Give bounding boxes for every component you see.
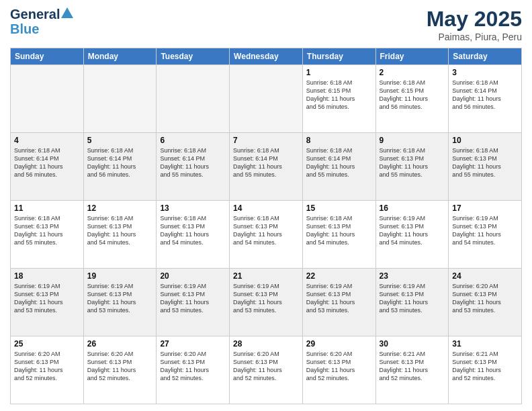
day-cell-2-6: 9Sunrise: 6:18 AM Sunset: 6:13 PM Daylig… [375, 133, 449, 201]
day-info-22: Sunrise: 6:19 AM Sunset: 6:13 PM Dayligh… [306, 282, 372, 315]
location-subtitle: Paimas, Piura, Peru [427, 32, 522, 42]
day-info-21: Sunrise: 6:19 AM Sunset: 6:13 PM Dayligh… [233, 282, 299, 315]
day-info-1: Sunrise: 6:18 AM Sunset: 6:15 PM Dayligh… [306, 79, 372, 111]
day-cell-5-2: 26Sunrise: 6:20 AM Sunset: 6:13 PM Dayli… [83, 336, 157, 404]
day-info-13: Sunrise: 6:18 AM Sunset: 6:13 PM Dayligh… [160, 214, 226, 247]
logo: General Blue [10, 7, 73, 36]
week-row-1: 1Sunrise: 6:18 AM Sunset: 6:15 PM Daylig… [11, 65, 522, 133]
day-info-4: Sunrise: 6:18 AM Sunset: 6:14 PM Dayligh… [14, 146, 80, 179]
page: General Blue May 2025 Paimas, Piura, Per… [0, 0, 532, 411]
day-info-31: Sunrise: 6:21 AM Sunset: 6:13 PM Dayligh… [452, 350, 518, 383]
title-block: May 2025 Paimas, Piura, Peru [427, 7, 522, 42]
day-cell-5-3: 27Sunrise: 6:20 AM Sunset: 6:13 PM Dayli… [157, 336, 230, 404]
week-row-3: 11Sunrise: 6:18 AM Sunset: 6:13 PM Dayli… [11, 201, 522, 269]
calendar-table: Sunday Monday Tuesday Wednesday Thursday… [10, 48, 522, 404]
header: General Blue May 2025 Paimas, Piura, Per… [10, 7, 522, 42]
logo-icon [61, 7, 73, 19]
day-info-11: Sunrise: 6:18 AM Sunset: 6:13 PM Dayligh… [14, 214, 80, 247]
day-number-27: 27 [160, 339, 226, 349]
day-info-3: Sunrise: 6:18 AM Sunset: 6:14 PM Dayligh… [452, 79, 518, 111]
day-cell-4-5: 22Sunrise: 6:19 AM Sunset: 6:13 PM Dayli… [302, 269, 375, 336]
day-cell-1-4 [230, 65, 303, 133]
day-cell-5-1: 25Sunrise: 6:20 AM Sunset: 6:13 PM Dayli… [11, 336, 84, 404]
day-number-17: 17 [452, 203, 518, 213]
day-number-2: 2 [380, 68, 445, 77]
day-info-24: Sunrise: 6:20 AM Sunset: 6:13 PM Dayligh… [452, 282, 518, 315]
day-number-20: 20 [160, 271, 226, 281]
day-number-5: 5 [87, 136, 153, 145]
day-number-31: 31 [452, 339, 518, 349]
day-number-4: 4 [14, 136, 80, 145]
day-info-30: Sunrise: 6:21 AM Sunset: 6:13 PM Dayligh… [380, 350, 445, 383]
day-cell-1-5: 1Sunrise: 6:18 AM Sunset: 6:15 PM Daylig… [302, 65, 375, 133]
header-sunday: Sunday [11, 48, 84, 65]
day-cell-3-6: 16Sunrise: 6:19 AM Sunset: 6:13 PM Dayli… [375, 201, 449, 269]
week-row-2: 4Sunrise: 6:18 AM Sunset: 6:14 PM Daylig… [11, 133, 522, 201]
day-number-13: 13 [160, 203, 226, 213]
day-cell-3-7: 17Sunrise: 6:19 AM Sunset: 6:13 PM Dayli… [449, 201, 522, 269]
day-cell-2-4: 7Sunrise: 6:18 AM Sunset: 6:14 PM Daylig… [230, 133, 303, 201]
day-info-29: Sunrise: 6:20 AM Sunset: 6:13 PM Dayligh… [306, 350, 372, 383]
day-info-26: Sunrise: 6:20 AM Sunset: 6:13 PM Dayligh… [87, 350, 153, 383]
day-number-15: 15 [306, 203, 372, 213]
logo-text-blue: Blue [10, 21, 73, 36]
day-info-23: Sunrise: 6:19 AM Sunset: 6:13 PM Dayligh… [380, 282, 445, 315]
day-cell-2-5: 8Sunrise: 6:18 AM Sunset: 6:14 PM Daylig… [302, 133, 375, 201]
header-wednesday: Wednesday [230, 48, 303, 65]
day-number-28: 28 [233, 339, 299, 349]
day-cell-3-3: 13Sunrise: 6:18 AM Sunset: 6:13 PM Dayli… [157, 201, 230, 269]
day-info-9: Sunrise: 6:18 AM Sunset: 6:13 PM Dayligh… [380, 146, 445, 179]
day-info-6: Sunrise: 6:18 AM Sunset: 6:14 PM Dayligh… [160, 146, 226, 179]
day-cell-2-7: 10Sunrise: 6:18 AM Sunset: 6:13 PM Dayli… [449, 133, 522, 201]
day-info-18: Sunrise: 6:19 AM Sunset: 6:13 PM Dayligh… [14, 282, 80, 315]
header-saturday: Saturday [449, 48, 522, 65]
day-number-1: 1 [306, 68, 372, 77]
day-cell-5-5: 29Sunrise: 6:20 AM Sunset: 6:13 PM Dayli… [302, 336, 375, 404]
day-number-12: 12 [87, 203, 153, 213]
day-number-22: 22 [306, 271, 372, 281]
day-info-19: Sunrise: 6:19 AM Sunset: 6:13 PM Dayligh… [87, 282, 153, 315]
week-row-4: 18Sunrise: 6:19 AM Sunset: 6:13 PM Dayli… [11, 269, 522, 336]
day-number-8: 8 [306, 136, 372, 145]
day-number-7: 7 [233, 136, 299, 145]
day-info-15: Sunrise: 6:18 AM Sunset: 6:13 PM Dayligh… [306, 214, 372, 247]
day-info-17: Sunrise: 6:19 AM Sunset: 6:13 PM Dayligh… [452, 214, 518, 247]
day-number-3: 3 [452, 68, 518, 77]
day-cell-4-1: 18Sunrise: 6:19 AM Sunset: 6:13 PM Dayli… [11, 269, 84, 336]
day-cell-3-4: 14Sunrise: 6:18 AM Sunset: 6:13 PM Dayli… [230, 201, 303, 269]
day-cell-2-1: 4Sunrise: 6:18 AM Sunset: 6:14 PM Daylig… [11, 133, 84, 201]
day-cell-5-4: 28Sunrise: 6:20 AM Sunset: 6:13 PM Dayli… [230, 336, 303, 404]
day-cell-3-2: 12Sunrise: 6:18 AM Sunset: 6:13 PM Dayli… [83, 201, 157, 269]
day-info-5: Sunrise: 6:18 AM Sunset: 6:14 PM Dayligh… [87, 146, 153, 179]
logo-text-general: General [10, 7, 60, 21]
day-number-10: 10 [452, 136, 518, 145]
day-number-9: 9 [380, 136, 445, 145]
day-info-10: Sunrise: 6:18 AM Sunset: 6:13 PM Dayligh… [452, 146, 518, 179]
day-number-16: 16 [380, 203, 445, 213]
day-number-19: 19 [87, 271, 153, 281]
day-cell-2-3: 6Sunrise: 6:18 AM Sunset: 6:14 PM Daylig… [157, 133, 230, 201]
day-cell-4-7: 24Sunrise: 6:20 AM Sunset: 6:13 PM Dayli… [449, 269, 522, 336]
day-number-11: 11 [14, 203, 80, 213]
day-info-7: Sunrise: 6:18 AM Sunset: 6:14 PM Dayligh… [233, 146, 299, 179]
day-cell-1-7: 3Sunrise: 6:18 AM Sunset: 6:14 PM Daylig… [449, 65, 522, 133]
day-number-24: 24 [452, 271, 518, 281]
day-cell-2-2: 5Sunrise: 6:18 AM Sunset: 6:14 PM Daylig… [83, 133, 157, 201]
day-number-14: 14 [233, 203, 299, 213]
day-cell-4-2: 19Sunrise: 6:19 AM Sunset: 6:13 PM Dayli… [83, 269, 157, 336]
weekday-header-row: Sunday Monday Tuesday Wednesday Thursday… [11, 48, 522, 65]
month-title: May 2025 [427, 7, 522, 32]
day-info-14: Sunrise: 6:18 AM Sunset: 6:13 PM Dayligh… [233, 214, 299, 247]
day-info-8: Sunrise: 6:18 AM Sunset: 6:14 PM Dayligh… [306, 146, 372, 179]
day-cell-1-6: 2Sunrise: 6:18 AM Sunset: 6:15 PM Daylig… [375, 65, 449, 133]
day-info-2: Sunrise: 6:18 AM Sunset: 6:15 PM Dayligh… [380, 79, 445, 111]
day-number-30: 30 [380, 339, 445, 349]
day-info-25: Sunrise: 6:20 AM Sunset: 6:13 PM Dayligh… [14, 350, 80, 383]
day-cell-5-7: 31Sunrise: 6:21 AM Sunset: 6:13 PM Dayli… [449, 336, 522, 404]
day-cell-1-2 [83, 65, 157, 133]
day-info-28: Sunrise: 6:20 AM Sunset: 6:13 PM Dayligh… [233, 350, 299, 383]
day-cell-5-6: 30Sunrise: 6:21 AM Sunset: 6:13 PM Dayli… [375, 336, 449, 404]
week-row-5: 25Sunrise: 6:20 AM Sunset: 6:13 PM Dayli… [11, 336, 522, 404]
day-number-23: 23 [380, 271, 445, 281]
day-info-20: Sunrise: 6:19 AM Sunset: 6:13 PM Dayligh… [160, 282, 226, 315]
